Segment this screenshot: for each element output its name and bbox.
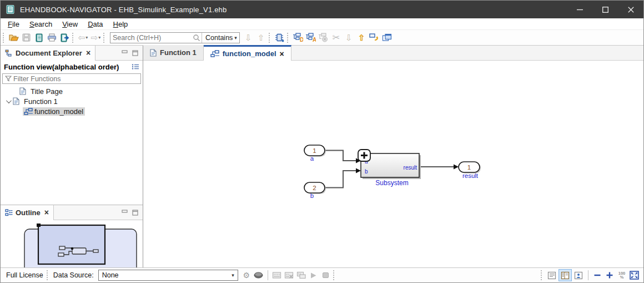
split-view-icon xyxy=(561,271,570,280)
save-button[interactable] xyxy=(20,31,33,44)
tree-item-label[interactable]: Function 1 xyxy=(22,97,59,106)
inport-1-label[interactable]: a xyxy=(310,155,314,162)
split-view-button[interactable] xyxy=(559,269,572,281)
outport-1-label[interactable]: result xyxy=(462,172,479,179)
menu-help[interactable]: Help xyxy=(108,19,133,29)
menubar: File Search View Data Help xyxy=(1,18,643,30)
outline-thumbnail[interactable] xyxy=(1,220,143,270)
export-handbook-button[interactable] xyxy=(58,31,71,44)
data-source-select[interactable]: None ▾ xyxy=(98,270,238,281)
filter-input[interactable] xyxy=(12,75,140,83)
menu-data[interactable]: Data xyxy=(83,19,108,29)
outline-icon xyxy=(5,209,13,216)
cut-icon: ✂ xyxy=(333,33,340,42)
document-view-button[interactable] xyxy=(545,269,559,281)
menu-search[interactable]: Search xyxy=(24,19,57,29)
menu-file[interactable]: File xyxy=(3,19,24,29)
show-alias-button[interactable]: A xyxy=(304,31,317,44)
close-button[interactable] xyxy=(618,1,643,18)
data-disc-button[interactable] xyxy=(253,269,265,281)
maximize-panel-button[interactable] xyxy=(132,50,138,56)
model-icon xyxy=(24,108,34,115)
tab-function-model[interactable]: function_model × xyxy=(204,45,291,61)
editor-tab-label[interactable]: Function 1 xyxy=(160,48,197,57)
outline-viewport[interactable] xyxy=(38,225,105,264)
previous-result-button[interactable]: ⇧ xyxy=(255,31,268,44)
maximize-panel-button[interactable] xyxy=(132,210,138,216)
step-out-button[interactable]: ⇧ xyxy=(355,31,368,44)
toolbar-grip xyxy=(3,33,5,43)
inport-2-label[interactable]: b xyxy=(310,192,314,199)
measure-config-button xyxy=(295,269,308,281)
zoom-level-button[interactable]: 100 % xyxy=(616,269,628,281)
editor-area: Function 1 function_model × xyxy=(143,46,643,267)
close-icon[interactable]: × xyxy=(86,48,90,57)
new-window-button[interactable] xyxy=(381,31,394,44)
outline-panel: Outline × xyxy=(1,205,143,267)
search-input[interactable] xyxy=(110,33,193,42)
tab-document-explorer[interactable]: Document Explorer × xyxy=(1,46,95,61)
zoom-out-button[interactable] xyxy=(591,269,603,281)
forward-button[interactable]: ⇨▾ xyxy=(89,31,102,44)
settings-button[interactable]: ⚙ xyxy=(240,269,253,281)
outline-tab-bar: Outline × xyxy=(1,205,143,220)
selected-tree-item[interactable]: function_model xyxy=(23,107,85,116)
go-to-parent-icon xyxy=(369,33,380,42)
diagram-canvas[interactable]: a b result Subsystem 1 a xyxy=(143,61,643,267)
subsystem-label[interactable]: Subsystem xyxy=(375,179,408,187)
presenter-view-button[interactable] xyxy=(572,269,585,281)
next-result-button[interactable]: ⇩ xyxy=(242,31,255,44)
fit-to-screen-button[interactable] xyxy=(628,269,640,281)
tree-item-function-model[interactable]: function_model xyxy=(1,106,143,116)
minimize-panel-button[interactable] xyxy=(122,50,128,56)
tree-item-label[interactable]: Title Page xyxy=(29,87,64,96)
fit-screen-icon xyxy=(630,271,639,280)
tree-item-title-page[interactable]: Title Page xyxy=(1,86,143,96)
back-button[interactable]: ⇦▾ xyxy=(77,31,89,44)
print-button[interactable] xyxy=(46,31,58,44)
nav-back-dropdown-icon[interactable]: ▾ xyxy=(85,35,88,40)
go-to-parent-button[interactable] xyxy=(368,31,381,44)
tree-item-function-1[interactable]: Function 1 xyxy=(1,96,143,106)
tab-outline[interactable]: Outline × xyxy=(1,205,54,220)
maximize-panel-icon xyxy=(132,50,138,56)
search-icon xyxy=(193,34,200,42)
main-area: Document Explorer × Function view(alphab… xyxy=(1,46,643,267)
minimize-icon xyxy=(577,7,583,13)
zoom-in-button[interactable] xyxy=(603,269,616,281)
contains-dropdown[interactable]: Contains xyxy=(203,34,234,42)
show-definition-icon: D xyxy=(293,33,303,42)
tab-function-1[interactable]: Function 1 xyxy=(143,45,204,60)
cut-path-button: ✂ xyxy=(330,31,343,44)
nav-forward-dropdown-icon[interactable]: ▾ xyxy=(98,35,100,40)
expand-subsystem-button[interactable] xyxy=(358,150,370,161)
open-button[interactable] xyxy=(7,31,20,44)
app-window: EHANDBOOK-NAVIGATOR - EHB_Simulink_Examp… xyxy=(0,0,644,283)
minimize-panel-button[interactable] xyxy=(122,210,128,216)
editor-tab-label[interactable]: function_model xyxy=(223,49,276,58)
chevron-down-icon[interactable] xyxy=(4,100,12,103)
model-navigation-button[interactable] xyxy=(273,31,286,44)
outline-viewport-handle[interactable] xyxy=(37,224,41,227)
maximize-button[interactable] xyxy=(592,1,618,18)
close-icon[interactable]: × xyxy=(44,208,49,217)
menu-view[interactable]: View xyxy=(57,19,83,29)
list-view-icon[interactable] xyxy=(132,63,139,70)
tree-item-label[interactable]: function_model xyxy=(34,107,83,116)
toolbar-grip xyxy=(287,33,289,43)
step-into-icon: ⇩ xyxy=(345,33,353,42)
window-title: EHANDBOOK-NAVIGATOR - EHB_Simulink_Examp… xyxy=(20,6,227,14)
subsystem-port-result: result xyxy=(404,165,417,171)
svg-text:A: A xyxy=(313,37,316,42)
stop-button xyxy=(320,269,332,281)
model-chip-icon xyxy=(274,33,284,42)
minimize-button[interactable] xyxy=(567,1,592,18)
search-combo: Contains ▾ xyxy=(110,32,240,43)
show-definition-button[interactable]: D xyxy=(291,31,304,44)
save-icon xyxy=(22,33,31,42)
contains-dropdown-icon[interactable]: ▾ xyxy=(234,35,239,41)
handbook-button[interactable] xyxy=(33,31,46,44)
print-icon xyxy=(47,33,57,42)
close-icon[interactable]: × xyxy=(280,49,284,58)
funnel-icon xyxy=(5,76,12,82)
